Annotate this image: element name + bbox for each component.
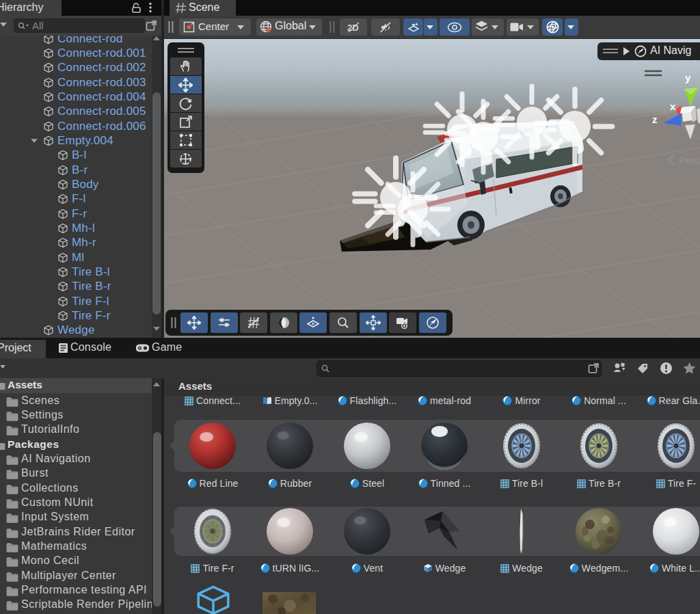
svg-text:y: y (685, 72, 691, 83)
svg-text:z: z (652, 114, 658, 125)
svg-text:x: x (670, 101, 676, 112)
svg-text:Pers: Pers (679, 155, 700, 166)
